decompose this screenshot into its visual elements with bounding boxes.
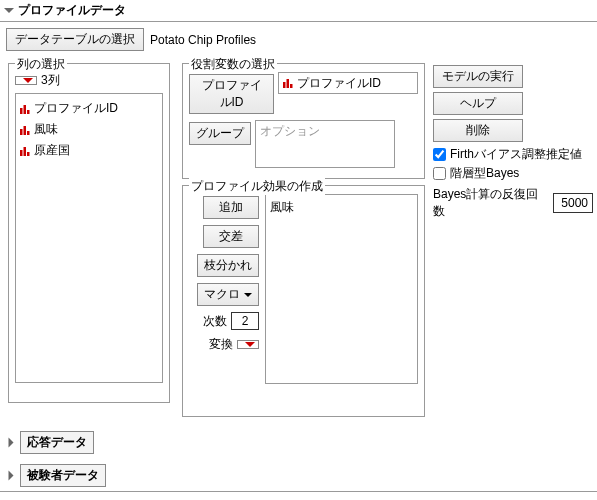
column-count-label: 3列 <box>41 72 60 89</box>
role-select-fieldset: 役割変数の選択 プロファイルID プロファイルID グループ オプション <box>182 63 425 179</box>
list-item[interactable]: 原産国 <box>20 140 158 161</box>
profile-id-button[interactable]: プロファイルID <box>189 74 274 114</box>
svg-rect-3 <box>20 129 23 135</box>
bayes-iter-label: Bayes計算の反復回数 <box>433 186 549 220</box>
svg-rect-0 <box>20 108 23 114</box>
cross-button[interactable]: 交差 <box>203 225 259 248</box>
profile-id-field[interactable]: プロファイルID <box>278 72 418 94</box>
column-select-legend: 列の選択 <box>15 56 67 73</box>
bayes-iter-input[interactable] <box>553 193 593 213</box>
group-button[interactable]: グループ <box>189 122 251 145</box>
macro-button[interactable]: マクロ <box>197 283 259 306</box>
subject-data-label: 被験者データ <box>20 464 106 487</box>
svg-rect-5 <box>27 131 30 135</box>
section-profile-data-header: プロファイルデータ <box>0 0 597 22</box>
firth-label: Firthバイアス調整推定値 <box>450 146 582 163</box>
bar-icon <box>20 104 30 114</box>
remove-button[interactable]: 削除 <box>433 119 523 142</box>
list-item[interactable]: プロファイルID <box>20 98 158 119</box>
bar-icon <box>283 78 293 88</box>
help-button[interactable]: ヘルプ <box>433 92 523 115</box>
add-button[interactable]: 追加 <box>203 196 259 219</box>
svg-rect-6 <box>20 150 23 156</box>
list-item[interactable]: 風味 <box>270 199 413 216</box>
svg-rect-7 <box>24 147 27 156</box>
firth-checkbox[interactable] <box>433 148 446 161</box>
svg-rect-1 <box>24 105 27 114</box>
run-button[interactable]: モデルの実行 <box>433 65 523 88</box>
transform-menu[interactable] <box>237 340 259 349</box>
column-select-fieldset: 列の選択 3列 プロファイルID 風味 原産国 <box>8 63 170 403</box>
svg-rect-4 <box>24 126 27 135</box>
profile-effects-legend: プロファイル効果の作成 <box>189 178 325 195</box>
section-subject-header[interactable]: 被験者データ <box>0 462 597 492</box>
chevron-down-icon <box>23 78 33 83</box>
chevron-down-icon <box>244 293 252 297</box>
bar-icon <box>20 146 30 156</box>
hier-bayes-checkbox[interactable] <box>433 167 446 180</box>
degree-label: 次数 <box>203 313 227 330</box>
disclosure-icon[interactable] <box>4 8 14 13</box>
page-title: プロファイルデータ <box>18 2 126 19</box>
profile-effects-fieldset: プロファイル効果の作成 追加 交差 枝分かれ マクロ 次数 変換 <box>182 185 425 417</box>
data-table-row: データテーブルの選択 Potato Chip Profiles <box>0 22 597 57</box>
section-response-header[interactable]: 応答データ <box>0 429 597 456</box>
transform-label: 変換 <box>209 336 233 353</box>
column-count-menu[interactable] <box>15 76 37 85</box>
svg-rect-8 <box>27 152 30 156</box>
column-listbox[interactable]: プロファイルID 風味 原産国 <box>15 93 163 383</box>
firth-checkbox-row[interactable]: Firthバイアス調整推定値 <box>433 146 593 163</box>
degree-input[interactable] <box>231 312 259 330</box>
hier-bayes-checkbox-row[interactable]: 階層型Bayes <box>433 165 593 182</box>
data-table-picker-button[interactable]: データテーブルの選択 <box>6 28 144 51</box>
disclosure-icon <box>9 471 14 481</box>
chevron-down-icon <box>245 342 255 347</box>
disclosure-icon <box>9 438 14 448</box>
list-item[interactable]: 風味 <box>20 119 158 140</box>
svg-rect-9 <box>283 82 286 88</box>
svg-rect-2 <box>27 110 30 114</box>
svg-rect-10 <box>287 79 290 88</box>
response-data-label: 応答データ <box>20 431 94 454</box>
svg-rect-11 <box>290 84 293 88</box>
group-field[interactable]: オプション <box>255 120 395 168</box>
effects-listbox[interactable]: 風味 <box>265 194 418 384</box>
data-table-value: Potato Chip Profiles <box>150 33 256 47</box>
role-select-legend: 役割変数の選択 <box>189 56 277 73</box>
bar-icon <box>20 125 30 135</box>
nest-button[interactable]: 枝分かれ <box>197 254 259 277</box>
hier-bayes-label: 階層型Bayes <box>450 165 519 182</box>
